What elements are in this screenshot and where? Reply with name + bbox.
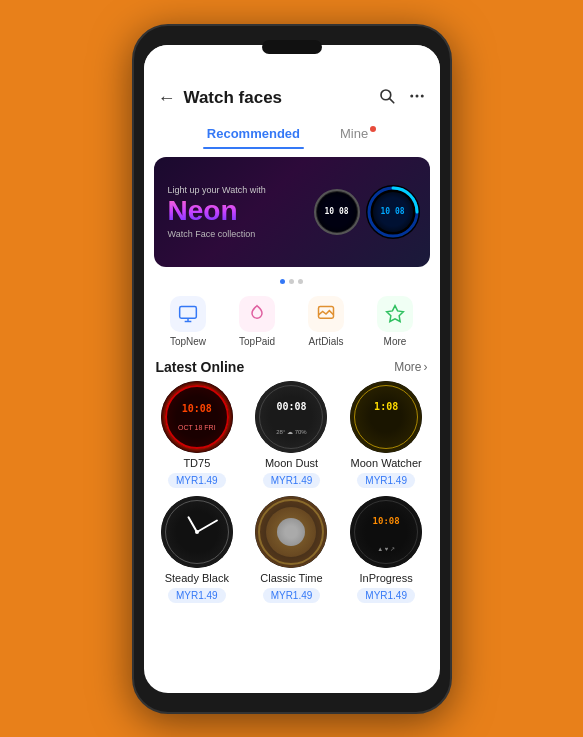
td75-time: 10:08 xyxy=(182,403,212,414)
search-icon[interactable] xyxy=(378,87,396,110)
toppaid-icon xyxy=(239,296,275,332)
banner-title: Neon xyxy=(168,197,300,225)
phone-screen: ← Watch faces Recommended xyxy=(144,45,440,693)
watch-name-inprogress: InProgress xyxy=(360,572,413,584)
moon-watcher-time: 1:08 xyxy=(374,401,398,412)
page-title: Watch faces xyxy=(184,88,378,108)
artdials-icon xyxy=(308,296,344,332)
category-topnew[interactable]: TopNew xyxy=(170,296,206,347)
moon-dust-info: 28° ☁ 70% xyxy=(276,428,306,435)
tab-bar: Recommended Mine xyxy=(144,118,440,149)
chevron-right-icon: › xyxy=(424,360,428,374)
watch-price-moon-watcher[interactable]: MYR1.49 xyxy=(357,473,415,488)
svg-point-2 xyxy=(410,94,413,97)
watch-card-td75: 10:08 OCT 18 FRI TD75 MYR1.49 xyxy=(154,381,241,488)
toppaid-label: TopPaid xyxy=(239,336,275,347)
more-icon xyxy=(377,296,413,332)
app-header: ← Watch faces xyxy=(144,45,440,118)
watch-thumb-td75[interactable]: 10:08 OCT 18 FRI xyxy=(161,381,233,453)
watch-card-classic-time: Classic Time MYR1.49 xyxy=(248,496,335,603)
topnew-label: TopNew xyxy=(170,336,206,347)
banner-watches: 10 08 10 08 xyxy=(314,185,430,239)
watch-price-td75[interactable]: MYR1.49 xyxy=(168,473,226,488)
more-label: More xyxy=(384,336,407,347)
minute-hand xyxy=(196,519,218,533)
svg-point-3 xyxy=(415,94,418,97)
phone-notch xyxy=(262,40,322,54)
more-options-icon[interactable] xyxy=(408,87,426,110)
banner-watch-1: 10 08 xyxy=(314,189,360,235)
svg-point-4 xyxy=(420,94,423,97)
phone-shell: ← Watch faces Recommended xyxy=(132,24,452,714)
watch-thumb-moon-watcher[interactable]: 1:08 xyxy=(350,381,422,453)
latest-online-header: Latest Online More › xyxy=(144,355,440,381)
watch-thumb-moon-dust[interactable]: 00:08 28° ☁ 70% xyxy=(255,381,327,453)
watch-price-steady-black[interactable]: MYR1.49 xyxy=(168,588,226,603)
watch-name-classic-time: Classic Time xyxy=(260,572,322,584)
promo-banner[interactable]: Light up your Watch with Neon Watch Face… xyxy=(154,157,430,267)
svg-line-1 xyxy=(389,98,393,102)
banner-label: Watch Face collection xyxy=(168,229,300,239)
watch-grid: 10:08 OCT 18 FRI TD75 MYR1.49 00:08 28° … xyxy=(144,381,440,615)
section-title: Latest Online xyxy=(156,359,245,375)
watch-thumb-steady-black[interactable] xyxy=(161,496,233,568)
watch-name-moon-dust: Moon Dust xyxy=(265,457,318,469)
section-more-button[interactable]: More › xyxy=(394,360,427,374)
category-more[interactable]: More xyxy=(377,296,413,347)
watch-name-steady-black: Steady Black xyxy=(165,572,229,584)
back-button[interactable]: ← xyxy=(158,88,176,109)
inprogress-info: ▲ ♥ ↗ xyxy=(377,545,395,552)
watch-card-moon-watcher: 1:08 Moon Watcher MYR1.49 xyxy=(343,381,430,488)
banner-dot-1 xyxy=(289,279,294,284)
banner-dot-2 xyxy=(298,279,303,284)
watch-price-inprogress[interactable]: MYR1.49 xyxy=(357,588,415,603)
header-icons xyxy=(378,87,426,110)
tab-mine[interactable]: Mine xyxy=(336,122,380,149)
banner-dots xyxy=(144,275,440,288)
watch-thumb-classic-time[interactable] xyxy=(255,496,327,568)
watch-name-moon-watcher: Moon Watcher xyxy=(351,457,422,469)
moon-dust-time: 00:08 xyxy=(276,401,306,412)
watch-card-moon-dust: 00:08 28° ☁ 70% Moon Dust MYR1.49 xyxy=(248,381,335,488)
banner-watch-2: 10 08 xyxy=(366,185,420,239)
category-artdials[interactable]: ArtDials xyxy=(308,296,344,347)
center-dot xyxy=(195,530,199,534)
tab-mine-dot xyxy=(370,126,376,132)
watch-card-steady-black: Steady Black MYR1.49 xyxy=(154,496,241,603)
banner-text-area: Light up your Watch with Neon Watch Face… xyxy=(154,175,314,249)
artdials-label: ArtDials xyxy=(309,336,344,347)
svg-rect-6 xyxy=(180,306,197,318)
category-row: TopNew TopPaid xyxy=(144,288,440,355)
td75-date: OCT 18 FRI xyxy=(178,424,216,431)
banner-dot-0 xyxy=(280,279,285,284)
watch-price-classic-time[interactable]: MYR1.49 xyxy=(263,588,321,603)
category-toppaid[interactable]: TopPaid xyxy=(239,296,275,347)
banner-subtitle: Light up your Watch with xyxy=(168,185,300,195)
watch-card-inprogress: 10:08 ▲ ♥ ↗ InProgress MYR1.49 xyxy=(343,496,430,603)
topnew-icon xyxy=(170,296,206,332)
scroll-content: Light up your Watch with Neon Watch Face… xyxy=(144,149,440,693)
watch-price-moon-dust[interactable]: MYR1.49 xyxy=(263,473,321,488)
inprogress-time: 10:08 xyxy=(373,516,400,526)
watch-name-td75: TD75 xyxy=(183,457,210,469)
watch-thumb-inprogress[interactable]: 10:08 ▲ ♥ ↗ xyxy=(350,496,422,568)
tab-recommended[interactable]: Recommended xyxy=(203,122,304,149)
